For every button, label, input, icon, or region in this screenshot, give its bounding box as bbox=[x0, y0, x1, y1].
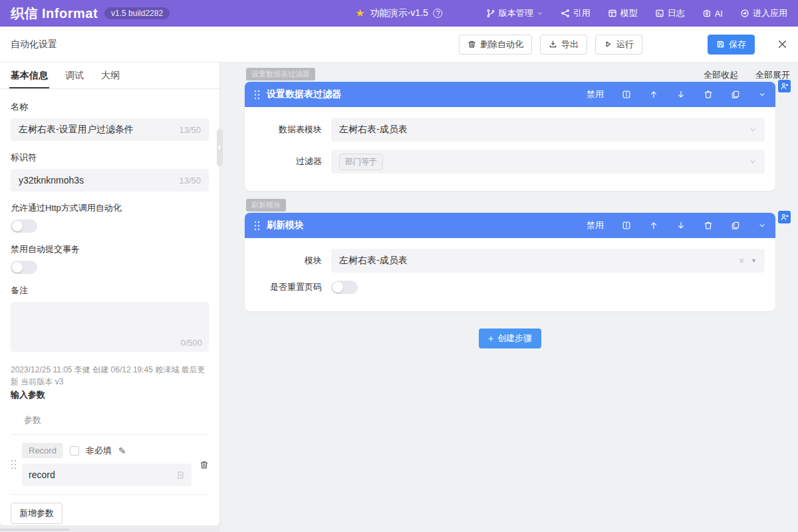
terminal-icon bbox=[655, 9, 664, 18]
help-icon[interactable]: ? bbox=[434, 9, 443, 18]
favorite-star-icon[interactable]: ★ bbox=[355, 8, 364, 19]
automation-meta: 2023/12/25 11:05 李健 创建 06/12 19:45 赖泽城 最… bbox=[11, 364, 209, 388]
step-actions: 禁用 bbox=[587, 88, 766, 100]
document-icon[interactable] bbox=[622, 90, 631, 99]
param-row: Record 非必填 ✎ bbox=[11, 434, 209, 495]
name-label: 名称 bbox=[11, 101, 209, 113]
filter-select[interactable]: 部门等于 bbox=[331, 150, 765, 174]
chevron-down-icon bbox=[749, 126, 757, 134]
horizontal-scrollbar-thumb[interactable] bbox=[0, 529, 70, 531]
select-value: 左树右表-成员表 bbox=[339, 255, 408, 267]
copy-icon[interactable] bbox=[731, 90, 740, 99]
step-card: 刷新模块 禁用 模块 bbox=[245, 213, 775, 311]
nav-models[interactable]: 模型 bbox=[608, 7, 638, 19]
disable-step-link[interactable]: 禁用 bbox=[587, 88, 604, 100]
tab-outline[interactable]: 大纲 bbox=[101, 63, 120, 88]
name-input[interactable] bbox=[19, 124, 174, 135]
drag-handle-icon[interactable] bbox=[11, 460, 17, 469]
step-card-body: 模块 左树右表-成员表 × ▼ 是否重置页码 bbox=[245, 238, 775, 311]
identifier-counter: 13/50 bbox=[179, 176, 201, 186]
edit-icon[interactable]: ✎ bbox=[118, 446, 126, 456]
collapse-chevron-icon[interactable] bbox=[758, 90, 766, 98]
nav-logs[interactable]: 日志 bbox=[655, 7, 685, 19]
nav-label: 模型 bbox=[620, 7, 638, 19]
document-icon[interactable] bbox=[622, 221, 631, 230]
collapse-chevron-icon[interactable] bbox=[758, 221, 766, 229]
save-button[interactable]: 保存 bbox=[708, 35, 755, 55]
move-up-icon[interactable] bbox=[649, 221, 658, 230]
table-icon bbox=[608, 9, 617, 18]
input-params-title: 输入参数 bbox=[11, 389, 209, 401]
delete-step-icon[interactable] bbox=[704, 90, 713, 99]
module-select[interactable]: 左树右表-成员表 × ▼ bbox=[331, 249, 765, 273]
delete-param-icon[interactable] bbox=[200, 460, 209, 469]
copy-icon[interactable] bbox=[731, 221, 740, 230]
form-row: 模块 左树右表-成员表 × ▼ bbox=[255, 249, 765, 273]
move-up-icon[interactable] bbox=[649, 90, 658, 99]
tab-basic-info[interactable]: 基本信息 bbox=[11, 63, 48, 88]
assignee-badge[interactable] bbox=[778, 80, 791, 92]
assignee-badge[interactable] bbox=[778, 211, 791, 223]
button-label: 运行 bbox=[616, 39, 634, 51]
delete-automation-button[interactable]: 删除自动化 bbox=[459, 35, 532, 55]
form-row: 是否重置页码 bbox=[255, 281, 765, 294]
button-label: 导出 bbox=[561, 39, 579, 51]
add-param-button[interactable]: 新增参数 bbox=[11, 503, 63, 524]
app-title: 功能演示-v1.5 bbox=[370, 7, 428, 19]
create-step-button[interactable]: + 创建步骤 bbox=[479, 329, 541, 348]
sidebar-collapse-handle[interactable] bbox=[217, 129, 223, 166]
run-button[interactable]: 运行 bbox=[595, 35, 642, 55]
param-required-checkbox[interactable] bbox=[70, 446, 79, 456]
drag-handle-icon[interactable] bbox=[254, 221, 260, 231]
step-type-chip: 设置数据表过滤器 bbox=[246, 68, 315, 80]
clear-icon[interactable]: × bbox=[739, 256, 744, 265]
export-button[interactable]: 导出 bbox=[540, 35, 587, 55]
identifier-input[interactable] bbox=[19, 175, 174, 186]
steps-canvas: 全部收起 全部展开 设置数据表过滤器 设置数据表过滤器 禁用 bbox=[220, 63, 798, 532]
page-title: 自动化设置 bbox=[11, 39, 57, 51]
person-plus-icon bbox=[780, 82, 789, 90]
nav-ai[interactable]: AI bbox=[702, 9, 723, 19]
nav-version-management[interactable]: 版本管理 bbox=[486, 7, 543, 19]
nav-enter-app[interactable]: 进入应用 bbox=[740, 7, 787, 19]
param-main: Record 非必填 ✎ bbox=[22, 443, 192, 486]
enter-app-icon bbox=[740, 9, 749, 18]
param-value-box bbox=[22, 464, 192, 486]
content-area: 基本信息 调试 大纲 名称 13/50 标识符 13/50 允许通过Http方式… bbox=[0, 63, 798, 532]
delete-step-icon[interactable] bbox=[704, 221, 713, 230]
step-title: 设置数据表过滤器 bbox=[267, 88, 341, 100]
app-logo[interactable]: 织信 Informat bbox=[11, 5, 98, 23]
drag-handle-icon[interactable] bbox=[254, 90, 260, 100]
move-down-icon[interactable] bbox=[676, 90, 686, 99]
step-actions: 禁用 bbox=[587, 219, 766, 231]
nav-references[interactable]: 引用 bbox=[561, 7, 591, 19]
step-card: 设置数据表过滤器 禁用 数据表模块 bbox=[245, 82, 775, 191]
step-card-header: 刷新模块 禁用 bbox=[245, 213, 775, 238]
settings-sidebar: 基本信息 调试 大纲 名称 13/50 标识符 13/50 允许通过Http方式… bbox=[0, 63, 220, 525]
field-type-icon bbox=[176, 471, 185, 479]
close-icon[interactable] bbox=[777, 39, 787, 49]
toolbar-actions: 删除自动化 导出 运行 保存 bbox=[459, 35, 787, 55]
field-label: 数据表模块 bbox=[255, 124, 322, 136]
http-call-toggle[interactable] bbox=[11, 219, 37, 233]
branch-icon bbox=[486, 9, 495, 18]
ai-icon bbox=[702, 9, 712, 18]
remark-counter: 0/500 bbox=[180, 338, 202, 348]
datasheet-module-select[interactable]: 左树右表-成员表 bbox=[331, 118, 765, 142]
field-label: 模块 bbox=[255, 255, 322, 267]
disable-autocommit-toggle[interactable] bbox=[11, 261, 37, 274]
disable-step-link[interactable]: 禁用 bbox=[587, 219, 604, 231]
step-title: 刷新模块 bbox=[267, 219, 304, 231]
caret-down-icon: ▼ bbox=[751, 257, 757, 264]
move-down-icon[interactable] bbox=[676, 221, 686, 230]
remark-textarea[interactable] bbox=[11, 302, 209, 336]
tab-debug[interactable]: 调试 bbox=[65, 63, 84, 88]
form-row: 过滤器 部门等于 bbox=[255, 150, 765, 174]
remark-label: 备注 bbox=[11, 285, 209, 297]
button-label: 创建步骤 bbox=[497, 332, 532, 344]
reset-page-toggle[interactable] bbox=[331, 281, 358, 294]
step-card-filter: 设置数据表过滤器 设置数据表过滤器 禁用 bbox=[245, 68, 775, 191]
params-column-header: 参数 bbox=[24, 414, 209, 426]
param-value-input[interactable] bbox=[29, 469, 176, 480]
param-meta-line: Record 非必填 ✎ bbox=[22, 443, 192, 458]
